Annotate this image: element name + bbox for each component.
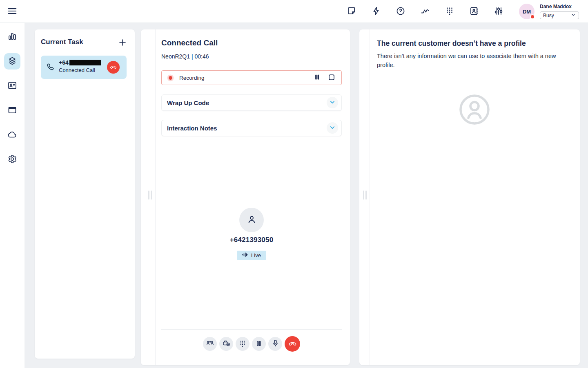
busy-status-dot — [530, 14, 535, 19]
sliders-icon — [494, 6, 503, 17]
stop-icon — [327, 73, 336, 83]
hold-pause-icon — [255, 339, 263, 349]
nav-cloud-button[interactable] — [4, 127, 20, 143]
live-label: Live — [251, 252, 261, 258]
recorder-pause-icon — [222, 339, 231, 349]
bar-chart-icon — [7, 31, 17, 43]
hamburger-icon — [7, 6, 18, 18]
stop-recording-button[interactable] — [327, 73, 336, 83]
task-phone-number: +64 — [59, 59, 101, 66]
notes-expand-control[interactable] — [327, 122, 338, 134]
wrap-up-code-section[interactable]: Wrap Up Code — [161, 94, 342, 111]
panel-divider-line — [155, 29, 156, 365]
record-pause-button[interactable] — [219, 337, 233, 351]
waveform-icon — [242, 252, 248, 259]
trend-chart-icon — [420, 6, 430, 17]
help-icon — [396, 6, 405, 17]
dialpad-icon — [445, 6, 454, 17]
contact-book-icon — [469, 6, 479, 17]
gear-icon — [7, 154, 17, 165]
no-profile-description: There isn’t any information we can use t… — [377, 52, 573, 70]
topbar-icon-group — [343, 3, 507, 20]
transfer-icon — [206, 339, 214, 349]
redacted-number — [69, 60, 101, 65]
wrap-up-code-label: Wrap Up Code — [167, 99, 209, 106]
wrap-up-expand-control[interactable] — [327, 97, 338, 108]
phone-icon — [46, 63, 55, 73]
help-button[interactable] — [392, 3, 409, 20]
top-bar: DM Dane Maddox Busy — [0, 0, 588, 23]
chevron-down-icon — [328, 123, 336, 133]
note-icon — [347, 6, 356, 17]
transfer-call-button[interactable] — [203, 337, 217, 351]
id-card-icon — [7, 81, 17, 92]
call-queue-and-timer: NeonR2Q1 | 00:46 — [161, 53, 209, 60]
resize-handle[interactable] — [148, 191, 152, 200]
add-task-button[interactable] — [117, 37, 128, 49]
nav-apps-button[interactable] — [4, 102, 20, 119]
window-icon — [7, 105, 17, 116]
quick-actions-button[interactable] — [368, 3, 384, 20]
current-task-title: Current Task — [41, 38, 83, 46]
hold-call-button[interactable] — [252, 337, 266, 351]
agent-workspace: DM Dane Maddox Busy — [0, 0, 588, 368]
person-icon — [246, 214, 257, 227]
profile-placeholder-icon — [458, 93, 491, 128]
dialpad-button[interactable] — [441, 3, 458, 20]
nav-tasks-button[interactable] — [4, 53, 20, 70]
panel-divider-line — [370, 29, 370, 365]
hangup-icon — [109, 63, 117, 72]
plus-icon — [118, 38, 127, 49]
call-title: Connected Call — [161, 38, 218, 47]
preferences-button[interactable] — [490, 3, 507, 20]
pause-icon — [313, 73, 321, 83]
resize-handle[interactable] — [363, 191, 367, 200]
contacts-button[interactable] — [466, 3, 482, 20]
recording-actions — [312, 73, 336, 83]
pause-recording-button[interactable] — [312, 73, 322, 83]
caller-phone-number: +6421393050 — [161, 236, 342, 244]
mute-button[interactable] — [268, 337, 282, 351]
user-name: Dane Maddox — [540, 4, 572, 9]
layers-icon — [7, 56, 17, 67]
hamburger-menu-button[interactable] — [7, 6, 18, 17]
nav-contacts-button[interactable] — [4, 78, 20, 94]
controls-divider — [161, 329, 342, 330]
status-select-value: Busy — [543, 13, 554, 18]
chevron-down-icon — [328, 98, 336, 108]
caller-avatar — [239, 208, 264, 232]
lightning-icon — [371, 6, 381, 17]
task-status-label: Connected Call — [59, 67, 101, 73]
cloud-icon — [7, 130, 17, 141]
content-area: Current Task +64 Connected Call — [24, 23, 588, 368]
left-nav-rail — [0, 23, 24, 368]
status-select[interactable]: Busy — [540, 11, 579, 19]
call-controls — [161, 336, 342, 352]
interaction-notes-section[interactable]: Interaction Notes — [161, 120, 342, 136]
recording-label: Recording — [179, 75, 205, 81]
connected-call-panel: Connected Call NeonR2Q1 | 00:46 Recordin… — [141, 29, 350, 365]
no-profile-title: The current customer doesn’t have a prof… — [377, 39, 526, 48]
hangup-icon — [288, 339, 297, 349]
nav-settings-button[interactable] — [4, 151, 20, 168]
chevron-down-icon — [571, 12, 576, 18]
dialpad-icon — [238, 339, 247, 349]
current-task-panel: Current Task +64 Connected Call — [35, 29, 135, 359]
microphone-icon — [271, 339, 280, 349]
task-text: +64 Connected Call — [59, 59, 101, 73]
nav-analytics-button[interactable] — [4, 29, 20, 45]
dialpad-control-button[interactable] — [236, 337, 249, 351]
live-badge-row: Live — [161, 251, 342, 260]
analytics-button[interactable] — [417, 3, 433, 20]
task-end-call-button[interactable] — [107, 61, 120, 74]
interaction-notes-label: Interaction Notes — [167, 125, 217, 132]
customer-profile-panel: The current customer doesn’t have a prof… — [359, 29, 580, 365]
active-task-card[interactable]: +64 Connected Call — [41, 56, 127, 79]
end-call-button[interactable] — [285, 336, 300, 352]
note-button[interactable] — [343, 3, 360, 20]
recording-dot-icon — [169, 76, 172, 80]
live-badge: Live — [237, 251, 266, 260]
recording-banner: Recording — [161, 70, 342, 85]
